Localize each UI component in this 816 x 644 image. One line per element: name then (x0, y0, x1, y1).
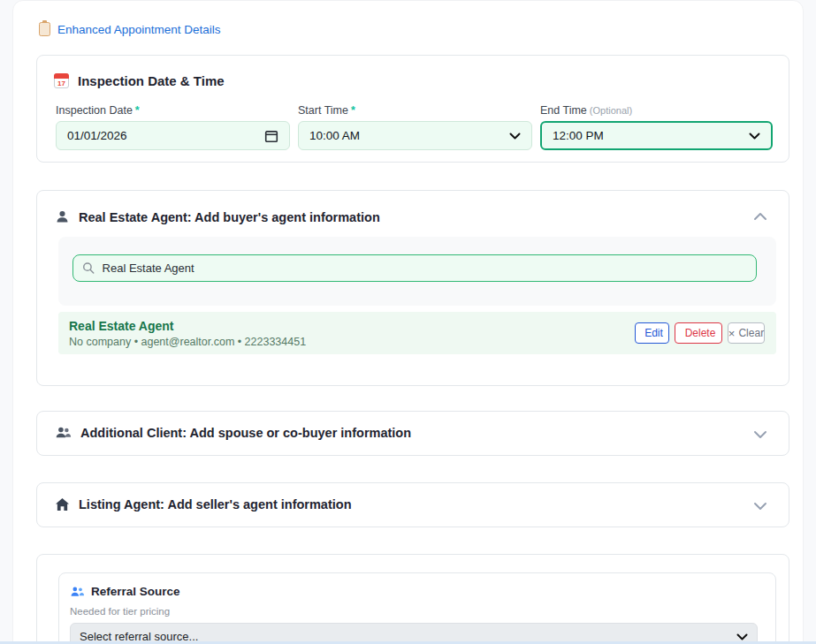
chevron-up-icon[interactable] (753, 212, 767, 221)
inspection-date-input[interactable]: 01/01/2026 (56, 121, 290, 150)
start-time-label-text: Start Time (298, 104, 348, 117)
people-icon (55, 426, 72, 440)
agent-name: Real Estate Agent (69, 319, 174, 333)
delete-button-label: Delete (685, 327, 716, 339)
start-time-value: 10:00 AM (309, 129, 360, 142)
end-time-label-text: End Time (540, 104, 587, 117)
required-asterisk: * (351, 104, 355, 117)
chevron-down-icon[interactable] (753, 430, 767, 439)
house-icon (55, 497, 70, 511)
calendar-icon: 17 (54, 73, 69, 88)
referral-source-inner-card: Referral Source Needed for tier pricing … (58, 572, 776, 644)
referral-source-title: Referral Source (91, 585, 180, 598)
referral-people-icon (70, 586, 85, 598)
listing-agent-header: Listing Agent: Add seller's agent inform… (55, 497, 352, 511)
listing-agent-card[interactable]: Listing Agent: Add seller's agent inform… (36, 482, 789, 527)
delete-button[interactable]: Delete (675, 322, 722, 344)
inspection-card-title: Inspection Date & Time (78, 73, 225, 88)
optional-note: (Optional) (590, 105, 632, 116)
agent-search-input[interactable] (103, 261, 747, 275)
referral-source-header: Referral Source (70, 585, 180, 598)
inspection-card-header: 17 Inspection Date & Time (54, 73, 225, 88)
clipboard-icon (39, 22, 50, 36)
additional-client-card[interactable]: Additional Client: Add spouse or co-buye… (36, 411, 789, 456)
listing-agent-title: Listing Agent: Add seller's agent inform… (79, 497, 352, 511)
chevron-down-icon (749, 133, 760, 140)
end-time-select[interactable]: 12:00 PM (540, 121, 773, 150)
end-time-label: End Time(Optional) (540, 104, 632, 117)
chevron-down-icon[interactable] (753, 502, 767, 511)
chevron-down-icon (736, 633, 748, 640)
calendar-icon-day: 17 (55, 80, 68, 87)
agent-details: No company • agent@realtor.com • 2223334… (69, 336, 306, 348)
additional-client-title: Additional Client: Add spouse or co-buye… (80, 426, 411, 440)
close-icon: × (728, 328, 736, 339)
person-icon (55, 209, 70, 224)
referral-source-card: Referral Source Needed for tier pricing … (36, 554, 789, 644)
page-header: Enhanced Appointment Details (39, 21, 221, 37)
additional-client-header: Additional Client: Add spouse or co-buye… (55, 426, 411, 440)
page: Enhanced Appointment Details 17 Inspecti… (0, 0, 816, 644)
referral-source-note: Needed for tier pricing (70, 606, 170, 617)
buyer-agent-title: Real Estate Agent: Add buyer's agent inf… (79, 210, 380, 224)
inspection-date-label-text: Inspection Date (56, 104, 133, 117)
clear-button-label: Clear (738, 327, 764, 339)
buyer-agent-card: Real Estate Agent: Add buyer's agent inf… (36, 190, 789, 386)
end-time-value: 12:00 PM (553, 129, 604, 142)
edit-button[interactable]: Edit (635, 322, 669, 344)
edit-button-label: Edit (644, 327, 663, 339)
clear-button[interactable]: × Clear (728, 322, 765, 344)
start-time-label: Start Time* (298, 104, 355, 117)
start-time-select[interactable]: 10:00 AM (298, 121, 532, 150)
agent-result-row[interactable]: Real Estate Agent No company • agent@rea… (58, 312, 776, 354)
agent-search-panel (58, 237, 776, 306)
inspection-date-value: 01/01/2026 (67, 129, 127, 142)
enhanced-details-link[interactable]: Enhanced Appointment Details (57, 23, 221, 36)
agent-search-field[interactable] (72, 254, 757, 282)
chevron-down-icon (509, 133, 521, 140)
date-picker-icon[interactable] (264, 129, 278, 143)
search-icon (82, 261, 95, 275)
buyer-agent-header[interactable]: Real Estate Agent: Add buyer's agent inf… (55, 209, 380, 224)
required-asterisk: * (135, 104, 140, 117)
inspection-date-label: Inspection Date* (56, 104, 140, 117)
inspection-datetime-card: 17 Inspection Date & Time Inspection Dat… (36, 55, 789, 163)
calendar-icon-top (54, 73, 69, 79)
